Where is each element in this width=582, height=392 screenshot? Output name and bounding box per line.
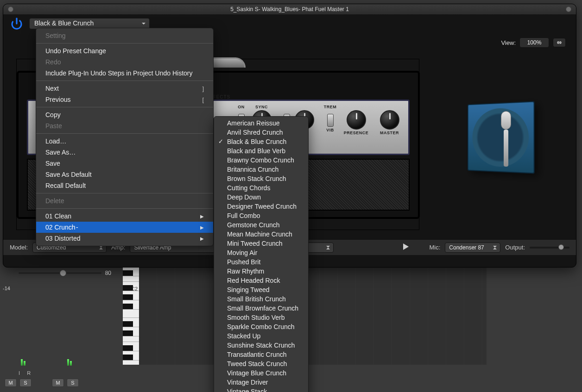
menu-recall-default[interactable]: Recall Default <box>36 180 213 191</box>
menu-cat-clean[interactable]: 01 Clean▶ <box>36 211 213 222</box>
preset-item[interactable]: Brawny Combo Crunch <box>214 156 308 165</box>
cabinet-visual[interactable] <box>460 99 548 178</box>
model-label: Model: <box>10 244 28 251</box>
preset-item[interactable]: Anvil Shred Crunch <box>214 128 308 137</box>
menu-next[interactable]: Next] <box>36 83 213 94</box>
preset-item[interactable]: Red Headed Rock <box>214 276 308 285</box>
menu-setting: Setting <box>36 30 213 41</box>
menu-save-default[interactable]: Save As Default <box>36 169 213 180</box>
menu-save[interactable]: Save <box>36 158 213 169</box>
title-bar[interactable]: 5_Saskin S- Walking_Blues- Phat Fuel Mas… <box>3 4 576 14</box>
mic-label: Mic: <box>430 244 441 251</box>
menu-save-as[interactable]: Save As… <box>36 147 213 158</box>
preset-item[interactable]: Smooth Studio Verb <box>214 313 308 322</box>
ruler-mark: -14 <box>3 286 10 291</box>
menu-copy[interactable]: Copy <box>36 109 213 120</box>
label-presence: PRESENCE <box>344 131 369 135</box>
window-title: 5_Saskin S- Walking_Blues- Phat Fuel Mas… <box>230 6 349 12</box>
power-icon <box>10 17 24 31</box>
preset-item[interactable]: Deep Down <box>214 193 308 202</box>
preset-item[interactable]: Vintage Blue Crunch <box>214 368 308 378</box>
mic-select[interactable]: Condenser 87 <box>445 243 500 253</box>
preset-item[interactable]: Tweed Stack Crunch <box>214 359 308 368</box>
preset-item[interactable]: Pushed Brit <box>214 257 308 267</box>
link-icon <box>556 40 563 45</box>
preset-item[interactable]: Small Brownface Crunch <box>214 304 308 313</box>
preset-item[interactable]: Transatlantic Crunch <box>214 350 308 359</box>
presence-knob[interactable] <box>347 110 366 130</box>
preset-item[interactable]: American Reissue <box>214 118 308 128</box>
preset-item[interactable]: Sparkle Combo Crunch <box>214 322 308 331</box>
preset-item[interactable]: Stacked Up <box>214 331 308 341</box>
preset-name: Black & Blue Crunch <box>34 19 94 27</box>
menu-cat-distorted[interactable]: 03 Distorted▶ <box>36 233 213 244</box>
minimize-icon[interactable] <box>566 6 571 12</box>
preset-item[interactable]: Singing Tweed <box>214 285 308 294</box>
menu-load[interactable]: Load… <box>36 136 213 147</box>
track-meter-2 <box>67 356 81 366</box>
chevron-right-icon: ▶ <box>200 214 204 219</box>
velocity-slider-row: 80 <box>19 269 111 277</box>
zoom-select[interactable]: 100% <box>519 37 549 48</box>
view-controls: View: 100% <box>501 37 566 48</box>
label-on: ON <box>238 105 245 109</box>
label-sync: SYNC <box>255 105 268 109</box>
track-meter-1 <box>21 356 35 366</box>
view-label: View: <box>501 39 516 46</box>
preset-item[interactable]: Britannica Crunch <box>214 165 308 174</box>
menu-undo-preset[interactable]: Undo Preset Change <box>36 45 213 56</box>
preset-item[interactable]: Brown Stack Crunch <box>214 174 308 183</box>
preset-item[interactable]: Vintage Stack <box>214 387 308 392</box>
label-vib: VIB <box>326 128 334 132</box>
play-button[interactable] <box>403 243 409 251</box>
slider-thumb[interactable] <box>558 244 564 250</box>
piano-roll-keys[interactable]: C2 <box>123 258 139 365</box>
input-record-labels: I R <box>19 370 32 376</box>
output-slider[interactable] <box>530 247 569 249</box>
preset-menu: Setting Undo Preset Change Redo Include … <box>36 28 214 246</box>
master-knob[interactable] <box>380 110 399 130</box>
preset-item[interactable]: Mean Machine Crunch <box>214 230 308 239</box>
chevron-right-icon: ▶ <box>200 225 204 230</box>
preset-item[interactable]: Small British Crunch <box>214 294 308 304</box>
preset-item[interactable]: Black & Blue Crunch <box>214 137 308 146</box>
preset-item[interactable]: Mini Tweed Crunch <box>214 239 308 248</box>
power-button[interactable] <box>9 16 25 31</box>
preset-item[interactable]: Raw Rhythm <box>214 267 308 276</box>
menu-delete: Delete <box>36 195 213 206</box>
velocity-value: 80 <box>105 270 111 276</box>
midi-grid[interactable] <box>139 258 487 365</box>
slider-thumb[interactable] <box>60 270 66 276</box>
preset-item[interactable]: Designer Tweed Crunch <box>214 202 308 211</box>
menu-include-undo[interactable]: Include Plug-In Undo Steps in Project Un… <box>36 68 213 79</box>
solo-button[interactable]: S <box>19 379 32 387</box>
preset-item[interactable]: Cutting Chords <box>214 183 308 193</box>
preset-item[interactable]: Moving Air <box>214 248 308 257</box>
label-master: MASTER <box>380 131 399 135</box>
mute-button[interactable]: M <box>52 379 64 387</box>
output-label: Output: <box>505 244 525 251</box>
trem-vib-toggle[interactable] <box>327 114 334 127</box>
chevron-right-icon: ▶ <box>200 236 204 241</box>
velocity-slider[interactable] <box>19 272 101 274</box>
preset-item[interactable]: Gemstone Crunch <box>214 220 308 230</box>
preset-item[interactable]: Full Combo <box>214 211 308 220</box>
menu-previous[interactable]: Previous[ <box>36 94 213 105</box>
preset-item[interactable]: Vintage Driver <box>214 378 308 387</box>
mute-button[interactable]: M <box>5 379 17 387</box>
menu-paste: Paste <box>36 120 213 131</box>
microphone-icon[interactable] <box>501 111 511 167</box>
menu-cat-crunch[interactable]: -02 Crunch▶ <box>36 222 213 233</box>
label-trem: TREM <box>324 105 337 109</box>
preset-submenu: American ReissueAnvil Shred CrunchBlack … <box>214 116 309 392</box>
close-icon[interactable] <box>8 6 13 12</box>
preset-item[interactable]: Black and Blue Verb <box>214 146 308 156</box>
menu-redo: Redo <box>36 56 213 68</box>
solo-button[interactable]: S <box>67 379 79 387</box>
link-button[interactable] <box>553 38 566 47</box>
preset-item[interactable]: Sunshine Stack Crunch <box>214 341 308 350</box>
